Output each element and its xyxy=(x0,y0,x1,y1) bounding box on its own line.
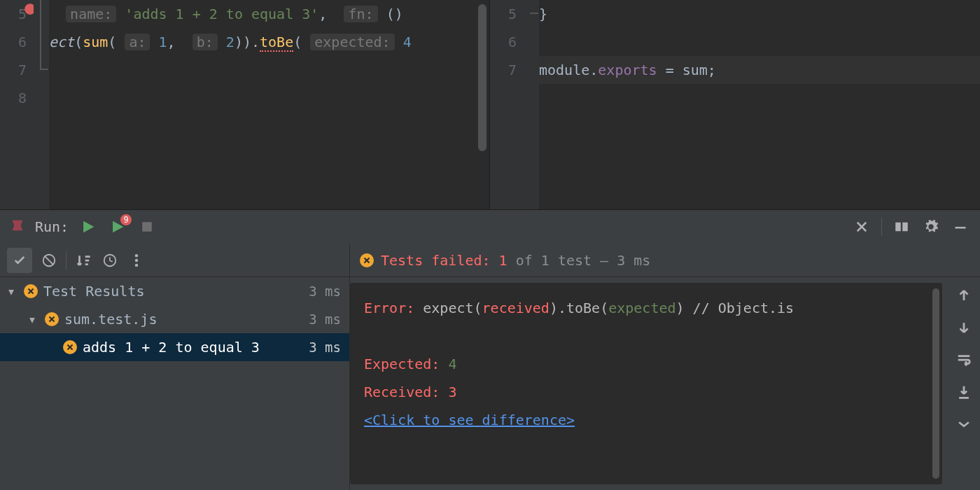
editor-scrollbar[interactable] xyxy=(478,4,486,151)
param-hint: expected: xyxy=(310,34,394,50)
fail-status-icon xyxy=(63,340,77,354)
fail-status-icon xyxy=(360,253,374,267)
fail-status-icon xyxy=(24,284,38,298)
chevron-down-icon[interactable]: ▾ xyxy=(28,311,39,328)
editor-right[interactable]: 5 6 7 } module.exports = sum; xyxy=(490,0,980,209)
tree-test-case[interactable]: adds 1 + 2 to equal 3 3 ms xyxy=(0,333,349,361)
string-literal: 'adds 1 + 2 to equal 3' xyxy=(125,6,318,22)
status-failed-label: Tests failed: xyxy=(381,252,491,269)
gutter-left: 5 6 7 8 xyxy=(0,0,34,209)
more-icon[interactable] xyxy=(127,251,146,270)
jest-icon xyxy=(10,218,25,237)
line-number: 6 xyxy=(490,28,517,56)
line-number: 6 xyxy=(0,28,27,56)
history-icon[interactable] xyxy=(100,251,120,270)
param-hint: b: xyxy=(192,34,218,50)
tree-label: sum.test.js xyxy=(64,311,157,328)
tree-time: 3 ms xyxy=(309,284,341,299)
svg-rect-4 xyxy=(142,222,152,232)
code-line xyxy=(539,28,980,56)
minimize-icon[interactable] xyxy=(951,217,970,237)
console-text: Error: expect(received).toBe(expected) /… xyxy=(350,283,942,445)
svg-line-9 xyxy=(45,255,54,265)
toolbar-divider xyxy=(66,251,66,270)
chevron-down-icon[interactable]: ▾ xyxy=(7,283,18,300)
test-tree[interactable]: ▾ Test Results 3 ms ▾ sum.test.js 3 ms a… xyxy=(0,277,349,490)
code-line: } xyxy=(539,0,980,28)
run-header: Run: 9 xyxy=(0,210,980,244)
code-line: module.exports = sum; xyxy=(539,56,980,84)
toolbar-divider xyxy=(881,218,882,236)
layout-icon[interactable] xyxy=(892,217,911,237)
fold-column-left[interactable] xyxy=(34,0,49,209)
svg-point-13 xyxy=(135,263,138,266)
test-output-panel: Tests failed: 1 of 1 test – 3 ms Error: … xyxy=(350,244,980,490)
code-line xyxy=(49,84,489,112)
code-line: ect(sum( a: 1, b: 2)).toBe( expected: 4 xyxy=(49,28,489,56)
line-number: 5 xyxy=(490,0,517,28)
down-arrow-icon[interactable] xyxy=(954,318,974,337)
line-number: 5 xyxy=(0,0,27,28)
soft-wrap-icon[interactable] xyxy=(954,350,974,370)
svg-marker-2 xyxy=(83,221,94,233)
code-line xyxy=(49,56,489,84)
line-number: 7 xyxy=(0,56,27,84)
tree-time: 3 ms xyxy=(309,340,341,355)
test-status-bar: Tests failed: 1 of 1 test – 3 ms xyxy=(350,244,980,277)
svg-rect-5 xyxy=(895,223,901,232)
tree-time: 3 ms xyxy=(309,312,341,327)
svg-rect-6 xyxy=(902,223,908,232)
code-area-left[interactable]: name: 'adds 1 + 2 to equal 3', fn: () ec… xyxy=(49,0,489,209)
svg-rect-7 xyxy=(955,227,966,229)
param-hint: a: xyxy=(125,34,150,50)
status-failed-count: 1 xyxy=(499,252,507,269)
close-icon[interactable] xyxy=(852,217,872,237)
tree-root[interactable]: ▾ Test Results 3 ms xyxy=(0,277,349,305)
expand-icon[interactable] xyxy=(954,414,974,434)
scroll-to-end-icon[interactable] xyxy=(954,382,974,402)
tree-label: Test Results xyxy=(43,283,145,300)
tree-file[interactable]: ▾ sum.test.js 3 ms xyxy=(0,305,349,333)
gear-icon[interactable] xyxy=(921,217,941,237)
param-hint: fn: xyxy=(344,6,377,22)
run-title: Run: xyxy=(35,218,69,235)
sort-icon[interactable] xyxy=(74,251,93,270)
status-total: of 1 test – 3 ms xyxy=(516,252,651,269)
run-button[interactable] xyxy=(78,217,98,237)
fail-status-icon xyxy=(45,312,59,326)
tree-label: adds 1 + 2 to equal 3 xyxy=(83,339,260,356)
console-side-toolbar xyxy=(948,277,980,490)
gutter-right: 5 6 7 xyxy=(490,0,524,209)
method-toBe: toBe xyxy=(260,34,293,52)
svg-point-12 xyxy=(135,258,138,261)
up-arrow-icon[interactable] xyxy=(954,286,974,305)
line-number: 7 xyxy=(490,56,517,84)
param-hint: name: xyxy=(66,6,116,22)
see-difference-link[interactable]: <Click to see difference> xyxy=(364,412,575,428)
run-tool-window: Run: 9 xyxy=(0,209,980,490)
fold-column-right[interactable] xyxy=(524,0,539,209)
line-number: 8 xyxy=(0,84,27,112)
show-passed-toggle[interactable] xyxy=(7,248,32,273)
test-console[interactable]: Error: expect(received).toBe(expected) /… xyxy=(350,283,942,484)
code-area-right[interactable]: } module.exports = sum; xyxy=(539,0,980,209)
editor-left[interactable]: 5 6 7 8 name: 'adds 1 + 2 to equal 3', f… xyxy=(0,0,490,209)
editor-split: 5 6 7 8 name: 'adds 1 + 2 to equal 3', f… xyxy=(0,0,980,209)
show-ignored-toggle[interactable] xyxy=(39,251,59,270)
test-toolbar-row xyxy=(0,244,349,277)
rerun-failed-button[interactable]: 9 xyxy=(108,217,127,237)
console-scrollbar[interactable] xyxy=(932,288,939,479)
test-tree-panel: ▾ Test Results 3 ms ▾ sum.test.js 3 ms a… xyxy=(0,244,350,490)
run-body: ▾ Test Results 3 ms ▾ sum.test.js 3 ms a… xyxy=(0,244,980,490)
code-line: name: 'adds 1 + 2 to equal 3', fn: () xyxy=(49,0,489,28)
svg-point-11 xyxy=(135,253,138,256)
stop-button[interactable] xyxy=(137,217,157,237)
failed-count-badge: 9 xyxy=(120,214,132,225)
